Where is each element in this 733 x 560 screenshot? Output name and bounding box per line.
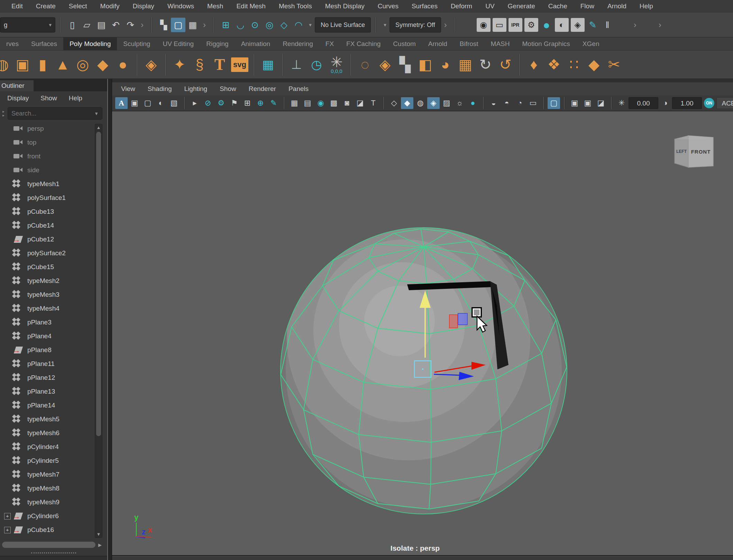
viewcube-front-label[interactable]: FRONT: [691, 149, 711, 155]
menu-item[interactable]: Surfaces: [405, 2, 444, 10]
modeling-toolkit-icon[interactable]: ▦: [258, 54, 278, 76]
camera-attributes-icon[interactable]: ⚙: [215, 97, 227, 109]
viewport-menu-item[interactable]: View: [121, 85, 143, 93]
collapse-arrow-icon[interactable]: ›: [138, 18, 147, 32]
poly-pyramid-icon[interactable]: ◆: [93, 54, 113, 76]
select-object-icon[interactable]: ▢: [171, 18, 185, 32]
symmetry-field[interactable]: Symmetry: Off: [390, 17, 441, 33]
poly-cube-icon[interactable]: ▣: [12, 54, 33, 76]
separator[interactable]: [165, 54, 166, 75]
panel-resize-grip[interactable]: [0, 550, 107, 556]
outliner-item[interactable]: + typeMesh8: [0, 481, 107, 495]
separator[interactable]: [283, 97, 285, 109]
separate-icon[interactable]: ◈: [375, 54, 395, 76]
outliner-item[interactable]: + pPlane13: [0, 385, 107, 398]
viewport-menu-item[interactable]: Shading: [148, 85, 180, 93]
redo-icon[interactable]: ↷: [123, 18, 138, 32]
viewport-menu-item[interactable]: Panels: [288, 85, 316, 93]
colorspace-field[interactable]: ACE: [716, 97, 733, 109]
collapse-arrow-icon[interactable]: ›: [656, 18, 665, 32]
shelf-tab[interactable]: Custom: [387, 37, 422, 50]
image-mask-icon[interactable]: ◪: [595, 97, 607, 109]
shaded-display-icon[interactable]: ◆: [401, 97, 413, 109]
ipr-render-icon[interactable]: IPR: [508, 18, 522, 32]
panel-splitter[interactable]: [107, 79, 112, 560]
shelf-tab[interactable]: Surfaces: [25, 37, 63, 50]
grid-icon[interactable]: ▦: [288, 97, 301, 109]
view-cube[interactable]: LEFT FRONT: [671, 134, 716, 169]
outliner-item[interactable]: + typeMesh4: [0, 302, 107, 315]
outliner-item[interactable]: + pCube14: [0, 219, 107, 232]
outliner-menu-item[interactable]: Display: [1, 94, 35, 102]
type-text-icon[interactable]: T: [210, 54, 230, 76]
platonic-solid-icon[interactable]: ◈: [141, 54, 161, 76]
camera-sequencer-icon[interactable]: ◉: [314, 97, 327, 109]
scene-3d[interactable]: [112, 111, 733, 555]
render-current-frame-icon[interactable]: ▭: [493, 18, 506, 32]
outliner-item[interactable]: + side: [0, 163, 107, 177]
menu-item[interactable]: Mesh: [201, 2, 230, 10]
wireframe-display-icon[interactable]: ◇: [388, 97, 400, 109]
viewport-menu-item[interactable]: Renderer: [249, 85, 284, 93]
contrast-icon[interactable]: ◑: [659, 97, 671, 109]
poly-disc-icon[interactable]: ●: [113, 54, 133, 76]
outliner-item[interactable]: + typeMesh7: [0, 468, 107, 481]
use-all-lights-icon[interactable]: ☼: [453, 97, 466, 109]
separator[interactable]: [454, 17, 456, 33]
zoom-region-icon[interactable]: ⊕: [254, 97, 267, 109]
selection-highlight-icon[interactable]: ◙: [341, 97, 353, 109]
render-view-icon[interactable]: ◉: [477, 18, 491, 32]
super-shape-icon[interactable]: ✦: [169, 54, 190, 76]
separator[interactable]: [59, 17, 61, 33]
viewport-menu-item[interactable]: Show: [220, 85, 244, 93]
svg-icon[interactable]: svg: [230, 54, 250, 76]
aa-slider[interactable]: ▭: [527, 97, 539, 109]
outliner-item[interactable]: + pPlane12: [0, 371, 107, 385]
menu-item[interactable]: Modify: [94, 2, 126, 10]
paint-effects-settings-icon[interactable]: ✎: [586, 18, 600, 32]
shelf-tab[interactable]: UV Editing: [156, 37, 200, 50]
outliner-display-toggle-icon[interactable]: ▸ ▸: [1, 110, 6, 117]
shelf-tab[interactable]: rves: [0, 37, 25, 50]
outliner-item[interactable]: + pCube13: [0, 205, 107, 219]
contrast-field[interactable]: 1.00: [672, 97, 702, 109]
viewport-menu-item[interactable]: Lighting: [184, 85, 215, 93]
textured-display-icon[interactable]: ◍: [414, 97, 427, 109]
extract-icon[interactable]: ▚: [395, 54, 415, 76]
combine-icon[interactable]: ◌: [355, 54, 375, 76]
bridge-icon[interactable]: ∷: [564, 54, 584, 76]
menu-item[interactable]: Mesh Tools: [272, 2, 319, 10]
menu-item[interactable]: Mesh Display: [319, 2, 371, 10]
bevel-icon[interactable]: ❖: [544, 54, 564, 76]
outliner-item[interactable]: + front: [0, 149, 107, 163]
shelf-tab[interactable]: Animation: [235, 37, 277, 50]
viewcube-left-label[interactable]: LEFT: [676, 149, 687, 154]
spacer[interactable]: [460, 18, 476, 32]
menu-set-selector[interactable]: g ▾: [0, 17, 55, 33]
outliner-item[interactable]: + typeMesh9: [0, 495, 107, 509]
outliner-item[interactable]: + polySurface2: [0, 246, 107, 260]
film-strip-icon[interactable]: ▤: [301, 97, 314, 109]
mask-icon[interactable]: ▩: [328, 97, 340, 109]
viewport-canvas[interactable]: LEFT FRONT y z x Isolate : persp: [112, 111, 733, 555]
outliner-item[interactable]: + pCube12: [0, 232, 107, 246]
outliner-item[interactable]: + typeMesh5: [0, 412, 107, 426]
hud-icon[interactable]: T: [367, 97, 379, 109]
outliner-item[interactable]: + pPlane4: [0, 329, 107, 343]
symmetry-caret-icon[interactable]: ▾: [381, 18, 390, 32]
manipulator-plane-handle-blue[interactable]: [458, 313, 467, 325]
shelf-tab[interactable]: Motion Graphics: [516, 37, 576, 50]
scroll-up-icon[interactable]: ▲: [95, 125, 102, 130]
spacer[interactable]: [615, 18, 631, 32]
collapse-arrow-icon[interactable]: ›: [441, 18, 450, 32]
poly-torus-icon[interactable]: ◎: [73, 54, 93, 76]
outliner-tab[interactable]: Outliner: [0, 80, 34, 91]
render-setup-icon[interactable]: ●: [539, 18, 554, 32]
pause-viewport-icon[interactable]: ‖: [600, 18, 615, 32]
select-camera-icon[interactable]: ▸: [189, 97, 201, 109]
menu-item[interactable]: Help: [633, 2, 660, 10]
snapshot-icon[interactable]: ▣: [568, 97, 581, 109]
separator[interactable]: [519, 54, 520, 75]
exposure-icon[interactable]: ✳: [615, 97, 628, 109]
pan-zoom-icon[interactable]: ⊞: [241, 97, 254, 109]
